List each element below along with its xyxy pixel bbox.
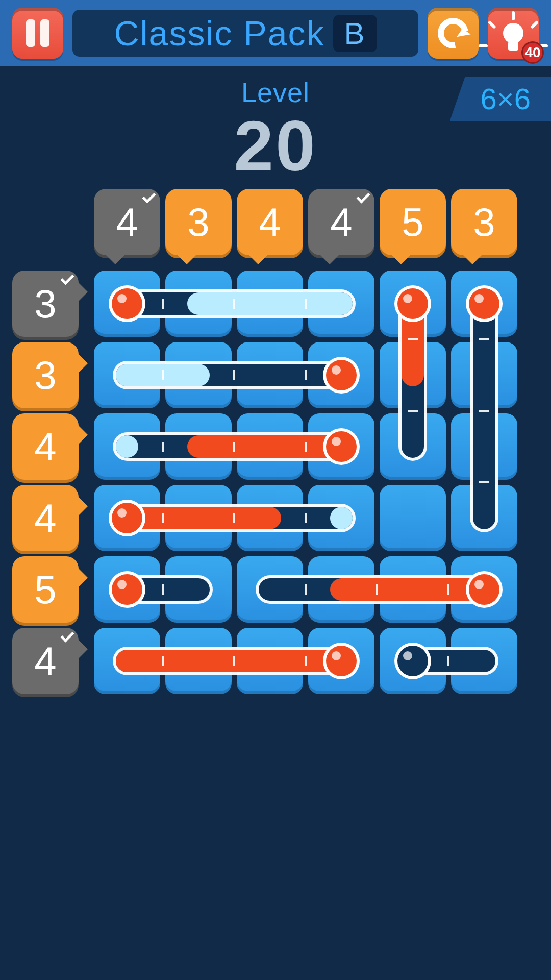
cell-0-4[interactable]	[94, 556, 160, 623]
level-header: Level 20 6×6	[0, 77, 551, 182]
cell-0-3[interactable]	[94, 485, 160, 551]
cell-2-1[interactable]	[237, 342, 303, 408]
cell-4-0[interactable]	[380, 271, 446, 337]
column-hints: 434453	[94, 189, 517, 255]
grid-size-chip[interactable]: 6×6	[450, 77, 551, 121]
cell-3-5[interactable]	[308, 628, 374, 694]
top-bar: Classic Pack B 40	[0, 0, 551, 66]
hint-count-badge: 40	[521, 41, 544, 64]
cell-4-1[interactable]	[380, 342, 446, 408]
cell-1-5[interactable]	[165, 628, 232, 694]
cell-2-0[interactable]	[237, 271, 303, 337]
cell-5-0[interactable]	[451, 271, 517, 337]
bulb-icon	[503, 23, 523, 43]
cell-1-4[interactable]	[165, 556, 232, 623]
cell-3-4[interactable]	[308, 556, 374, 623]
undo-icon	[432, 12, 474, 55]
col-hint-1: 3	[165, 189, 232, 255]
level-number: 20	[0, 110, 551, 182]
cell-3-0[interactable]	[308, 271, 374, 337]
cell-5-5[interactable]	[451, 628, 517, 694]
cell-5-1[interactable]	[451, 342, 517, 408]
pack-letter: B	[333, 15, 377, 52]
pack-title[interactable]: Classic Pack B	[72, 10, 418, 57]
row-hint-0: 3	[12, 271, 79, 337]
col-hint-0: 4	[94, 189, 160, 255]
cell-5-3[interactable]	[451, 485, 517, 551]
cell-2-2[interactable]	[237, 413, 303, 480]
col-hint-3: 4	[308, 189, 374, 255]
cell-3-3[interactable]	[308, 485, 374, 551]
cell-2-4[interactable]	[237, 556, 303, 623]
row-hint-1: 3	[12, 342, 79, 408]
col-hint-4: 5	[380, 189, 446, 255]
cell-1-3[interactable]	[165, 485, 232, 551]
cell-2-3[interactable]	[237, 485, 303, 551]
cell-4-2[interactable]	[380, 413, 446, 480]
cell-5-4[interactable]	[451, 556, 517, 623]
pause-button[interactable]	[12, 8, 63, 59]
hint-button[interactable]: 40	[488, 8, 539, 59]
cell-4-5[interactable]	[380, 628, 446, 694]
cell-1-2[interactable]	[165, 413, 232, 480]
cell-4-3[interactable]	[380, 485, 446, 551]
cell-2-5[interactable]	[237, 628, 303, 694]
grid[interactable]	[94, 271, 522, 699]
row-hint-4: 5	[12, 556, 79, 623]
row-hint-2: 4	[12, 413, 79, 480]
cell-0-2[interactable]	[94, 413, 160, 480]
cell-1-0[interactable]	[165, 271, 232, 337]
row-hints: 334454	[12, 271, 79, 694]
undo-button[interactable]	[428, 8, 479, 59]
row-hint-3: 4	[12, 485, 79, 551]
cell-1-1[interactable]	[165, 342, 232, 408]
cell-4-4[interactable]	[380, 556, 446, 623]
cell-0-5[interactable]	[94, 628, 160, 694]
pause-icon	[26, 19, 49, 47]
cell-0-1[interactable]	[94, 342, 160, 408]
pack-name: Classic Pack	[114, 13, 324, 53]
col-hint-5: 3	[451, 189, 517, 255]
cell-3-1[interactable]	[308, 342, 374, 408]
cell-3-2[interactable]	[308, 413, 374, 480]
cell-0-0[interactable]	[94, 271, 160, 337]
row-hint-5: 4	[12, 628, 79, 694]
col-hint-2: 4	[237, 189, 303, 255]
cell-5-2[interactable]	[451, 413, 517, 480]
